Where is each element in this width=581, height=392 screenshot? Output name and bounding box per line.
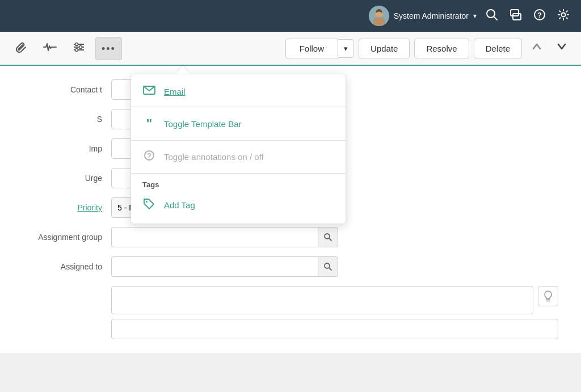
assignment-group-label: Assignment group [23,233,102,242]
assignment-group-search-button[interactable] [318,227,338,247]
more-dropdown: Email " Toggle Template Bar ? Toggle ann… [130,66,346,224]
divider-3 [131,173,346,174]
second-textarea[interactable] [111,319,558,339]
dropdown-item-add-tag[interactable]: Add Tag [131,191,346,219]
svg-line-24 [329,268,331,270]
quote-icon: " [142,116,156,131]
svg-point-16 [75,48,78,51]
svg-text:?: ? [147,152,151,160]
assigned-to-row: Assigned to [23,256,558,277]
follow-button[interactable]: Follow [285,39,338,58]
dropdown-annotations-label: Toggle annotations on / off [164,152,264,162]
dropdown-arrow [176,66,190,74]
user-name: System Administrator [394,11,469,20]
activity-button[interactable] [37,37,62,60]
follow-dropdown-button[interactable]: ▾ [338,39,354,58]
bottom-area [111,286,558,314]
assigned-to-label: Assigned to [23,262,102,271]
toolbar: ••• Follow ▾ Update Resolve Delete [0,32,581,66]
tags-section-header: Tags [131,176,346,191]
tag-icon [142,198,156,212]
assignment-group-row: Assignment group [23,227,558,247]
dropdown-toggle-template-label: Toggle Template Bar [164,119,241,129]
svg-rect-7 [513,14,521,20]
dropdown-item-toggle-annotations[interactable]: ? Toggle annotations on / off [131,143,346,171]
user-chevron: ▾ [473,12,477,20]
svg-point-20 [146,201,148,203]
sliders-button[interactable] [67,37,91,60]
chat-icon[interactable] [507,6,524,26]
divider-1 [131,107,346,107]
attachment-button[interactable] [9,36,33,61]
dropdown-add-tag-label: Add Tag [164,200,195,210]
svg-point-2 [373,17,385,26]
svg-point-10 [562,12,566,16]
topbar: System Administrator ▾ ? [0,0,581,32]
resolve-button[interactable]: Resolve [414,39,469,58]
s-label: S [23,115,102,124]
dropdown-item-email[interactable]: Email [131,79,346,104]
contact-label: Contact t [23,85,102,94]
priority-label[interactable]: Priority [23,203,102,212]
follow-group: Follow ▾ [285,39,354,58]
avatar [369,6,389,26]
svg-rect-6 [511,10,519,16]
nav-down-button[interactable] [551,39,572,58]
dropdown-item-toggle-template[interactable]: " Toggle Template Bar [131,109,346,138]
imp-label: Imp [23,144,102,153]
svg-point-15 [79,45,82,48]
email-icon [142,86,156,98]
dropdown-email-label: Email [164,87,186,96]
svg-line-5 [494,16,497,20]
assigned-to-input[interactable] [111,256,318,277]
assignment-group-input-group [111,227,338,247]
dropdown-menu: Email " Toggle Template Bar ? Toggle ann… [130,74,346,224]
question-icon: ? [142,150,156,164]
notes-textarea[interactable] [111,286,533,314]
search-icon[interactable] [483,6,500,26]
user-menu[interactable]: System Administrator ▾ [369,6,477,26]
assigned-to-input-group [111,256,338,277]
more-button[interactable]: ••• [95,37,122,60]
nav-up-button[interactable] [527,39,547,58]
svg-text:?: ? [537,11,542,19]
help-icon[interactable]: ? [531,6,548,26]
delete-button[interactable]: Delete [474,39,522,58]
assigned-to-search-button[interactable] [318,256,338,277]
assignment-group-input[interactable] [111,227,318,247]
svg-point-14 [75,43,78,45]
settings-icon[interactable] [555,6,572,26]
divider-2 [131,140,346,141]
bulb-button[interactable] [538,286,558,306]
svg-line-22 [329,238,331,241]
update-button[interactable]: Update [359,39,410,58]
urge-label: Urge [23,174,102,183]
